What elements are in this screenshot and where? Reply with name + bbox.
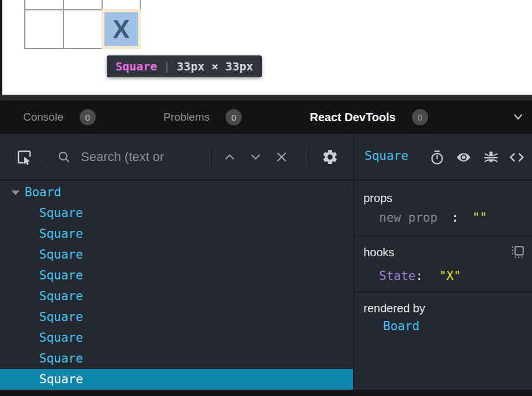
stopwatch-icon[interactable] [429, 150, 445, 165]
tree-item-square[interactable]: Square [0, 348, 353, 369]
tree-item-label: Square [39, 227, 83, 241]
tree-item-label: Square [39, 310, 83, 324]
browser-viewport: X Square | 33px × 33px [0, 0, 532, 95]
search-input[interactable] [81, 145, 202, 169]
board-grid-line [63, 0, 64, 49]
component-inspector: Square [354, 134, 532, 390]
square-cell-x[interactable]: X [104, 12, 138, 46]
tree-item-board[interactable]: Board [0, 182, 353, 203]
tree-item-square[interactable]: Square [0, 286, 353, 307]
hooks-section: hooks State:"X" [354, 237, 532, 293]
tree-item-label: Board [25, 185, 61, 199]
props-section: props new prop:"" [354, 181, 532, 237]
hook-value-input[interactable]: "X" [439, 269, 461, 283]
react-devtools-panel: Board SquareSquareSquareSquareSquareSqua… [0, 134, 532, 390]
inspect-element-icon[interactable] [14, 147, 35, 167]
tree-item-square[interactable]: Square [0, 203, 353, 223]
tab-react-devtools-label: React DevTools [310, 111, 396, 124]
chevron-down-icon[interactable] [512, 111, 524, 123]
rendered-by-link[interactable]: Board [383, 319, 419, 333]
tree-item-square[interactable]: Square [0, 369, 353, 390]
rendered-by-title: rendered by [364, 302, 425, 315]
bug-icon[interactable] [484, 150, 499, 165]
tree-item-label: Square [39, 352, 83, 365]
drawer-tab-bar: Console 0 Problems 0 React DevTools 0 [0, 100, 532, 134]
search-icon [55, 148, 73, 166]
tree-item-label: Square [39, 268, 83, 282]
parse-hooks-icon[interactable] [510, 245, 525, 260]
toolbar-divider [306, 148, 306, 167]
inspected-component-name: Square [365, 149, 409, 163]
bottom-strip [0, 390, 532, 396]
gear-icon[interactable] [321, 148, 339, 166]
eye-icon[interactable] [456, 150, 471, 165]
tree-item-square[interactable]: Square [0, 244, 353, 265]
tab-problems[interactable]: Problems 0 [163, 100, 242, 134]
tooltip-dimensions: 33px × 33px [177, 59, 253, 73]
tooltip-component-name: Square [115, 59, 157, 73]
hooks-title: hooks [364, 246, 394, 259]
tree-item-label: Square [39, 289, 83, 303]
toolbar-divider [47, 148, 47, 167]
prop-key[interactable]: new prop [379, 211, 437, 225]
tree-item-square[interactable]: Square [0, 307, 353, 327]
inspector-header: Square [354, 134, 532, 181]
tree-item-label: Square [39, 331, 83, 345]
tab-console[interactable]: Console 0 [23, 100, 96, 134]
tree-item-square[interactable]: Square [0, 265, 353, 286]
viewport-left-edge [0, 0, 2, 95]
tab-react-devtools[interactable]: React DevTools 0 [310, 100, 428, 134]
search-next-icon[interactable] [248, 149, 264, 165]
prop-value-input[interactable]: "" [473, 211, 487, 225]
drawer-top-band [0, 95, 532, 100]
prop-row: new prop:"" [379, 211, 487, 225]
tooltip-separator: | [163, 59, 170, 73]
clear-search-icon[interactable] [274, 149, 290, 165]
tab-problems-count-badge: 0 [226, 109, 242, 125]
props-title: props [364, 192, 392, 205]
hook-key: State [379, 269, 415, 283]
tab-problems-label: Problems [163, 111, 209, 124]
search-prev-icon[interactable] [222, 149, 238, 165]
tree-item-label: Square [39, 248, 83, 261]
rendered-by-section: rendered by Board [354, 293, 532, 350]
devtools-toolbar [0, 134, 353, 181]
tree-item-label: Square [39, 372, 83, 386]
hook-row: State:"X" [379, 269, 461, 283]
code-brackets-icon[interactable] [509, 150, 524, 165]
tab-console-label: Console [23, 111, 63, 124]
tree-item-square[interactable]: Square [0, 223, 353, 244]
caret-down-icon[interactable] [12, 190, 20, 195]
element-inspect-tooltip: Square | 33px × 33px [107, 55, 262, 77]
screen: X Square | 33px × 33px Console 0 Problem… [0, 0, 532, 396]
toolbar-divider [209, 148, 209, 167]
tab-console-count-badge: 0 [80, 109, 96, 125]
tree-item-label: Square [39, 206, 83, 220]
board-grid-line [24, 0, 25, 49]
component-tree: Board SquareSquareSquareSquareSquareSqua… [0, 182, 353, 390]
inspected-square-highlight[interactable]: X [102, 9, 141, 49]
tab-react-devtools-count-badge: 0 [412, 109, 428, 125]
tree-item-square[interactable]: Square [0, 327, 353, 348]
